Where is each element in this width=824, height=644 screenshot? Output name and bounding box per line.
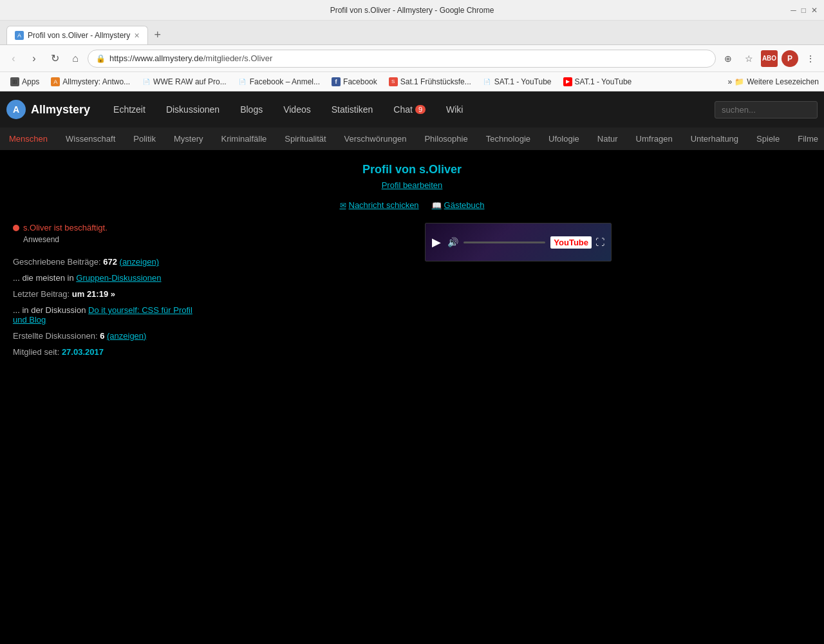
nav-wiki[interactable]: Wiki (436, 93, 473, 126)
yt-fullscreen-button[interactable]: ⛶ (595, 237, 604, 247)
more-bookmarks[interactable]: » 📁 Weitere Lesezeichen (727, 77, 819, 86)
category-ufologie[interactable]: Ufologie (539, 128, 588, 150)
category-verschwoerungen[interactable]: Verschwörungen (335, 128, 416, 150)
forward-button[interactable]: › (26, 50, 42, 67)
category-wissenschaft[interactable]: Wissenschaft (57, 128, 124, 150)
close-button[interactable]: ✕ (811, 6, 818, 15)
category-spiele[interactable]: Spiele (747, 128, 789, 150)
reload-button[interactable]: ↻ (46, 50, 63, 67)
tab-close-button[interactable]: × (134, 30, 139, 41)
status-line: s.Oliver ist beschäftigt. (13, 223, 206, 232)
category-filme[interactable]: Filme (789, 128, 824, 150)
window-controls[interactable]: ─ □ ✕ (791, 6, 818, 15)
posts-label: Geschriebene Beiträge: (13, 257, 101, 267)
category-kriminalfaelle[interactable]: Kriminalfälle (212, 128, 276, 150)
posts-subline: ... die meisten in Gruppen-Diskussionen (13, 273, 206, 283)
yt-progress-bar[interactable] (464, 242, 545, 243)
minimize-button[interactable]: ─ (791, 6, 796, 15)
menu-icon[interactable]: ⋮ (802, 50, 819, 67)
sat1-yt2-favicon: ▶ (563, 77, 572, 86)
new-tab-button[interactable]: + (148, 26, 168, 44)
profile-stats: Geschriebene Beiträge: 672 (anzeigen) ..… (13, 257, 206, 357)
profile-edit-link[interactable]: Profil bearbeiten (382, 180, 443, 190)
bookmark-wwe[interactable]: 📄 WWE RAW auf Pro... (136, 75, 232, 88)
discussions-stat: Erstellte Diskussionen: 6 (anzeigen) (13, 331, 206, 341)
sat1-fr-favicon: S (389, 77, 398, 86)
address-field[interactable]: 🔒 https://www.allmystery.de/mitglieder/s… (88, 50, 716, 68)
status-text: s.Oliver ist beschäftigt. (23, 223, 108, 232)
bookmark-allmystery-label: Allmystery: Antwo... (62, 77, 130, 86)
category-spiritualitaet[interactable]: Spiritualität (276, 128, 335, 150)
bookmark-sat1-yt1[interactable]: 📄 SAT.1 - YouTube (478, 75, 557, 88)
bookmark-apps[interactable]: ⊞ Apps (5, 75, 44, 88)
category-unterhaltung[interactable]: Unterhaltung (682, 128, 747, 150)
youtube-logo: YouTube (550, 236, 592, 249)
extension-icon[interactable]: ⊕ (720, 50, 736, 67)
active-tab[interactable]: A Profil von s.Oliver - Allmystery × (6, 26, 148, 44)
category-mystery[interactable]: Mystery (165, 128, 212, 150)
discussions-anzeigen-link[interactable]: (anzeigen) (107, 331, 146, 341)
category-technologie[interactable]: Technologie (477, 128, 539, 150)
nav-blogs[interactable]: Blogs (230, 93, 273, 126)
category-natur[interactable]: Natur (588, 128, 627, 150)
wwe-favicon: 📄 (142, 77, 151, 86)
guestbook-action[interactable]: 📖 Gästebuch (432, 200, 485, 210)
url-path: /mitglieder/s.Oliver (203, 53, 273, 63)
category-philosophie[interactable]: Philosophie (415, 128, 476, 150)
bookmark-sat1-yt2[interactable]: ▶ SAT.1 - YouTube (558, 75, 637, 88)
profile-main: s.Oliver ist beschäftigt. Anwesend Gesch… (13, 223, 811, 363)
site-wrapper: A Allmystery Echtzeit Diskussionen Blogs… (0, 91, 824, 594)
tab-label: Profil von s.Oliver - Allmystery (28, 31, 130, 40)
posts-count: 672 (103, 257, 117, 267)
nav-chat[interactable]: Chat 9 (383, 93, 436, 126)
gruppen-diskussionen-link[interactable]: Gruppen-Diskussionen (76, 273, 161, 283)
url-display: https://www.allmystery.de/mitglieder/s.O… (109, 53, 272, 63)
yt-volume-button[interactable]: 🔊 (447, 237, 458, 247)
profile-edit-link-container: Profil bearbeiten (13, 180, 811, 190)
send-message-action[interactable]: ✉ Nachricht schicken (340, 200, 419, 210)
bookmark-facebook[interactable]: f Facebook (326, 75, 382, 88)
bookmark-star-icon[interactable]: ☆ (740, 50, 757, 67)
nav-diskussionen[interactable]: Diskussionen (156, 93, 230, 126)
discussions-label: Erstellte Diskussionen: (13, 331, 98, 341)
search-input[interactable] (715, 101, 818, 118)
back-button[interactable]: ‹ (5, 50, 22, 67)
main-nav: Echtzeit Diskussionen Blogs Videos Stati… (103, 93, 708, 126)
discussions-count: 6 (100, 331, 104, 341)
bookmark-facebook-anmel-label: Facebook – Anmel... (250, 77, 320, 86)
last-post-time: um 21:19 » (72, 289, 115, 299)
bookmark-allmystery[interactable]: A Allmystery: Antwo... (46, 75, 135, 88)
profile-avatar-icon[interactable]: P (782, 50, 798, 67)
profile-left: s.Oliver ist beschäftigt. Anwesend Gesch… (13, 223, 206, 363)
bookmark-sat1-fr-label: Sat.1 Frühstücksfe... (400, 77, 471, 86)
site-logo[interactable]: A Allmystery (6, 100, 90, 119)
last-post-stat: Letzter Beitrag: um 21:19 » (13, 289, 206, 299)
last-post-prefix: ... in der Diskussion (13, 305, 86, 315)
site-header: A Allmystery Echtzeit Diskussionen Blogs… (0, 91, 824, 150)
posts-stat: Geschriebene Beiträge: 672 (anzeigen) (13, 257, 206, 267)
home-button[interactable]: ⌂ (67, 50, 84, 67)
bookmark-facebook-anmel[interactable]: 📄 Facebook – Anmel... (233, 75, 325, 88)
yt-controls: ▶ 🔊 (432, 235, 458, 249)
toolbar-icons: ⊕ ☆ ABO P ⋮ (720, 50, 819, 67)
bookmark-facebook-label: Facebook (343, 77, 377, 86)
posts-anzeigen-link[interactable]: (anzeigen) (120, 257, 159, 267)
nav-statistiken[interactable]: Statistiken (321, 93, 384, 126)
maximize-button[interactable]: □ (801, 6, 806, 15)
bookmark-sat1-fr[interactable]: S Sat.1 Frühstücksfe... (384, 75, 476, 88)
category-menschen[interactable]: Menschen (0, 128, 57, 150)
guestbook-icon: 📖 (432, 201, 442, 210)
last-post-subline: ... in der Diskussion Do it yourself: CS… (13, 305, 206, 325)
bookmarks-bar: ⊞ Apps A Allmystery: Antwo... 📄 WWE RAW … (0, 72, 824, 91)
tab-favicon: A (15, 31, 24, 40)
nav-videos[interactable]: Videos (273, 93, 321, 126)
profile-video-right: ▶ 🔊 YouTube ⛶ (225, 223, 811, 363)
category-umfragen[interactable]: Umfragen (627, 128, 682, 150)
category-politik[interactable]: Politik (124, 128, 165, 150)
nav-echtzeit[interactable]: Echtzeit (103, 93, 156, 126)
search-box[interactable] (715, 101, 818, 118)
abo-icon[interactable]: ABO (761, 50, 778, 67)
yt-play-button[interactable]: ▶ (432, 235, 441, 249)
member-since: Mitglied seit: 27.03.2017 (13, 347, 206, 357)
member-since-date: 27.03.2017 (62, 347, 104, 357)
